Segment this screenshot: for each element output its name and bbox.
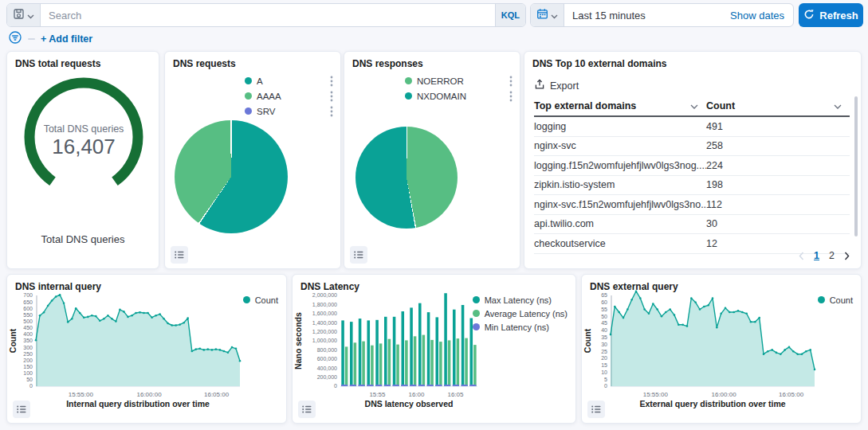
legend-item[interactable]: Max Latency (ns) [473, 293, 568, 307]
legend-toggle-button[interactable] [171, 246, 188, 264]
column-header-domains[interactable]: Top external domains [534, 100, 706, 111]
panel-title: DNS Top 10 external domains [524, 52, 861, 69]
count-cell: 198 [706, 179, 850, 190]
panel-dns-responses: DNS responses NOERROR NXDOMAIN [344, 51, 520, 269]
table-row: nginx-svc 258 [534, 137, 850, 157]
legend-item[interactable]: AAAA [245, 88, 334, 104]
legend-options-button[interactable] [329, 106, 334, 117]
kql-language-button[interactable]: KQL [495, 4, 525, 26]
legend-dot [245, 92, 252, 100]
date-quick-select[interactable] [531, 4, 564, 26]
svg-text:0: 0 [29, 383, 33, 389]
legend-label: NXDOMAIN [417, 92, 466, 101]
legend-toggle-button[interactable] [350, 246, 367, 264]
table-row: api.twilio.com 30 [534, 215, 850, 235]
legend-item[interactable]: NXDOMAIN [405, 88, 513, 104]
domain-cell: checkoutservice [534, 238, 706, 249]
show-dates-link[interactable]: Show dates [730, 10, 793, 22]
legend-item[interactable]: NOERROR [405, 73, 513, 88]
svg-text:100: 100 [23, 370, 33, 376]
saved-query-menu[interactable] [7, 4, 41, 26]
domain-cell: nginx-svc.f15n2womfujehfjlwv0lgs3no... [534, 199, 706, 210]
chevron-down-icon [551, 8, 558, 22]
table-scrollbar[interactable] [854, 96, 858, 236]
panel-dns-latency: DNS Latency 0200,000400,000600,000800,00… [292, 274, 576, 424]
legend: Max Latency (ns) Average Latency (ns) Mi… [473, 293, 568, 334]
legend-item[interactable]: Count [243, 293, 278, 307]
svg-text:150: 150 [23, 364, 33, 369]
svg-text:15:55: 15:55 [369, 391, 386, 398]
legend-item[interactable]: Min Latency (ns) [473, 320, 568, 334]
time-range-value[interactable]: Last 15 minutes [564, 10, 646, 22]
panel-dns-requests: DNS requests A AAAA SRV [164, 51, 341, 269]
panel-dns-internal-query: DNS internal query 050100150200250300350… [6, 274, 287, 424]
domain-cell: zipkin.istio-system [534, 179, 706, 190]
chevron-down-icon [834, 100, 842, 111]
legend: NOERROR NXDOMAIN [405, 73, 513, 104]
search-bar: KQL [6, 3, 526, 27]
legend-toggle-button[interactable] [587, 401, 605, 418]
panel-top-external-domains: DNS Top 10 external domains Export Top e… [524, 51, 862, 269]
svg-text:Count: Count [9, 328, 18, 353]
svg-text:25: 25 [601, 349, 607, 354]
svg-text:1,200,000: 1,200,000 [312, 329, 337, 334]
svg-text:15: 15 [601, 362, 607, 368]
export-button[interactable]: Export [534, 79, 579, 93]
next-page-button[interactable] [844, 252, 850, 260]
svg-text:650: 650 [23, 299, 33, 305]
svg-text:35: 35 [601, 334, 607, 340]
count-cell: 224 [706, 160, 850, 171]
legend-item[interactable]: Count [818, 293, 853, 307]
refresh-label: Refresh [819, 10, 858, 22]
kql-label: KQL [501, 10, 520, 20]
legend-options-button[interactable] [509, 76, 513, 87]
area-chart-external-query[interactable]: 0510152025303540455055606515:55:0016:00:… [583, 289, 858, 410]
refresh-button[interactable]: Refresh [799, 3, 863, 27]
chevron-down-icon [690, 100, 698, 111]
legend-item[interactable]: A [245, 73, 334, 88]
area-chart-internal-query[interactable]: 0501001502002503003504004505005506006507… [9, 289, 283, 410]
svg-text:60: 60 [601, 299, 607, 305]
svg-text:400: 400 [23, 331, 33, 337]
svg-text:550: 550 [23, 312, 33, 318]
filter-icon[interactable] [8, 30, 22, 48]
add-filter-button[interactable]: + Add filter [41, 33, 92, 45]
svg-text:350: 350 [23, 338, 33, 343]
legend-dot [818, 296, 825, 303]
page-number-1[interactable]: 1 [814, 250, 819, 261]
legend-item[interactable]: SRV [245, 104, 334, 119]
svg-text:300: 300 [23, 345, 33, 350]
svg-text:700: 700 [23, 292, 33, 298]
svg-text:55: 55 [601, 307, 607, 312]
legend-options-button[interactable] [329, 76, 334, 87]
legend-options-button[interactable] [509, 91, 513, 102]
svg-text:1,800,000: 1,800,000 [312, 302, 337, 307]
svg-text:40: 40 [601, 327, 607, 333]
list-icon [301, 404, 312, 415]
svg-text:2,000,000: 2,000,000 [312, 292, 337, 298]
table-row: nginx-svc.f15n2womfujehfjlwv0lgs3no... 1… [534, 195, 850, 215]
legend-options-button[interactable] [329, 91, 334, 102]
legend-label: Max Latency (ns) [485, 295, 552, 305]
column-header-count[interactable]: Count [706, 100, 850, 111]
svg-text:450: 450 [23, 325, 33, 330]
legend-dot [473, 310, 480, 317]
svg-text:1,600,000: 1,600,000 [312, 311, 337, 316]
pagination: 1 2 [799, 250, 850, 261]
gauge-value: 16,407 [52, 135, 116, 158]
previous-page-button[interactable] [799, 252, 804, 260]
search-input[interactable] [41, 10, 495, 22]
svg-text:50: 50 [601, 314, 607, 319]
svg-text:65: 65 [601, 292, 607, 298]
domain-cell: api.twilio.com [534, 218, 706, 229]
legend-toggle-button[interactable] [13, 401, 30, 418]
legend-label: Count [830, 295, 853, 305]
page-number-2[interactable]: 2 [829, 250, 835, 261]
svg-text:800,000: 800,000 [317, 347, 337, 353]
pie-chart-dns-responses[interactable] [355, 127, 458, 229]
svg-text:16:05:00: 16:05:00 [204, 391, 230, 398]
pie-chart-dns-requests[interactable] [175, 120, 288, 233]
gauge-center-label: Total DNS queries [44, 123, 124, 135]
legend-item[interactable]: Average Latency (ns) [473, 307, 568, 320]
legend-toggle-button[interactable] [298, 401, 316, 418]
